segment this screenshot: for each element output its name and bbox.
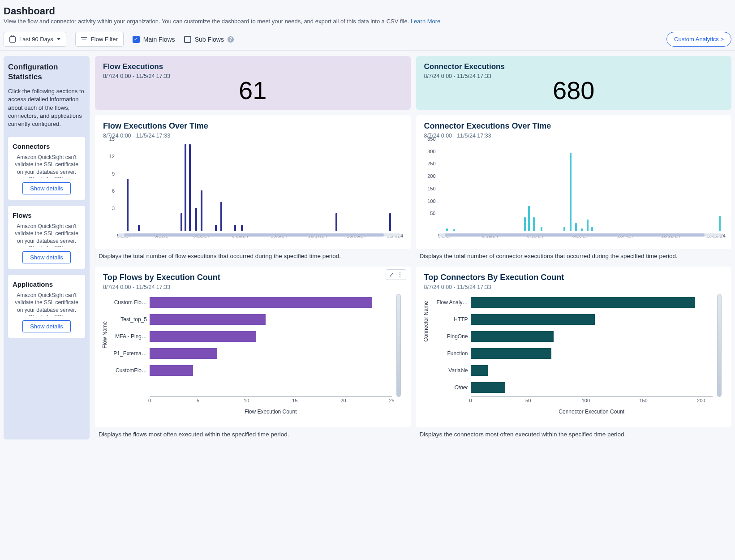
bar[interactable] [471,348,551,359]
expand-icon[interactable]: ⤢ [389,271,394,278]
bar-row[interactable]: Other [471,379,713,396]
flow-filter-button[interactable]: Flow Filter [75,32,124,47]
bar-label: Variable [430,367,468,374]
x-tick: 25 [389,398,394,403]
bar-row[interactable]: Custom Flo… [150,294,392,311]
bar-row[interactable]: Flow Analy… [471,294,713,311]
bar[interactable] [189,144,191,231]
y-tick: 250 [427,161,435,166]
bar[interactable] [389,213,391,231]
bar[interactable] [195,208,197,231]
custom-analytics-button[interactable]: Custom Analytics > [666,32,731,47]
bar[interactable] [719,216,721,231]
bar[interactable] [150,348,217,359]
bar[interactable] [587,220,589,231]
bar[interactable] [575,223,577,231]
flow-over-time-chart[interactable]: Flow Executions Over Time 8/7/24 0:00 - … [95,115,411,249]
bar[interactable] [215,225,217,231]
bar[interactable] [591,227,593,231]
checkbox-checked-icon: ✓ [133,36,140,43]
date-range-dropdown[interactable]: Last 90 Days [4,32,66,47]
bar[interactable] [150,365,193,376]
show-details-button[interactable]: Show details [22,182,71,194]
bar[interactable] [471,297,696,308]
bar-row[interactable]: CustomFlo… [150,362,392,379]
bar[interactable] [570,153,572,231]
learn-more-link[interactable]: Learn More [411,18,440,25]
bar[interactable] [335,213,337,231]
bar[interactable] [581,228,583,231]
bar-label: P1_Externa… [108,350,147,357]
more-icon[interactable]: ⋮ [397,271,403,278]
bar[interactable] [471,382,505,393]
sidebar-card[interactable]: Connectors Amazon QuickSight can't valid… [8,137,85,200]
bar[interactable] [138,225,140,231]
top-connectors-chart[interactable]: Top Connectors By Execution Count 8/7/24… [416,267,732,427]
bar[interactable] [453,229,455,231]
bar[interactable] [528,206,530,231]
bar[interactable] [220,202,222,231]
bar-row[interactable]: Variable [471,362,713,379]
bar[interactable] [150,331,256,342]
sub-flows-checkbox[interactable]: Sub Flows ? [184,36,234,43]
bar[interactable] [185,144,186,231]
x-axis-label: Flow Execution Count [150,409,392,415]
bar[interactable] [563,227,565,231]
y-tick: 6 [112,188,115,194]
bar[interactable] [533,217,535,231]
sidebar-card[interactable]: Flows Amazon QuickSight can't validate t… [8,206,85,269]
chart-scrollbar[interactable] [717,294,722,397]
y-tick: 350 [427,136,435,142]
sidebar-card[interactable]: Applications Amazon QuickSight can't val… [8,275,85,338]
page-title: Dashboard [4,5,731,17]
stat-card-msg: Amazon QuickSight can't validate the SSL… [13,223,81,247]
main-flows-checkbox[interactable]: ✓ Main Flows [133,36,175,43]
bar-row[interactable]: HTTP [471,311,713,328]
chart-scrollbar[interactable] [439,233,722,237]
bar-label: Flow Analy… [430,299,468,306]
chart-range: 8/7/24 0:00 - 11/5/24 17:33 [103,133,403,139]
chart-desc: Displays the total number of flow execut… [95,249,411,261]
x-tick: 50 [525,398,531,403]
bar[interactable] [234,225,236,231]
chart-range: 8/7/24 0:00 - 11/5/24 17:33 [424,284,724,290]
chart-scrollbar[interactable] [396,294,401,397]
bar[interactable] [201,190,202,231]
bar-label: Other [430,384,468,391]
bar-row[interactable]: Test_top_5 [150,311,392,328]
filter-icon [81,37,87,42]
bar[interactable] [150,297,372,308]
bar[interactable] [241,225,243,231]
x-tick: 200 [697,398,705,403]
chart-title: Top Connectors By Execution Count [424,273,724,282]
connector-over-time-chart[interactable]: Connector Executions Over Time 8/7/24 0:… [416,115,732,249]
y-tick: 9 [112,171,115,177]
chart-title: Top Flows by Execution Count [103,273,403,282]
x-tick: 15 [292,398,297,403]
sidebar: Configuration Statistics Click the follo… [4,56,90,439]
top-flows-chart[interactable]: ⤢ ⋮ Top Flows by Execution Count 8/7/24 … [95,267,411,427]
flow-executions-kpi[interactable]: Flow Executions 8/7/24 0:00 - 11/5/24 17… [95,56,411,110]
bar-row[interactable]: PingOne [471,328,713,345]
chart-scrollbar[interactable] [118,233,401,237]
bar[interactable] [181,213,182,231]
bar[interactable] [471,365,488,376]
kpi-value: 680 [416,76,732,105]
connector-executions-kpi[interactable]: Connector Executions 8/7/24 0:00 - 11/5/… [416,56,732,110]
bar[interactable] [541,227,542,231]
help-icon[interactable]: ? [228,36,234,43]
show-details-button[interactable]: Show details [22,251,71,263]
bar[interactable] [524,217,526,231]
bar[interactable] [446,228,448,231]
bar[interactable] [150,314,266,325]
bar[interactable] [127,179,129,231]
chart-desc: Displays the total number of connector e… [416,249,732,261]
bar-row[interactable]: MFA - Ping… [150,328,392,345]
bar[interactable] [471,331,554,342]
x-tick: 5 [197,398,199,403]
show-details-button[interactable]: Show details [22,320,71,332]
bar-row[interactable]: Function [471,345,713,362]
chart-title: Flow Executions Over Time [103,121,403,131]
bar[interactable] [471,314,595,325]
bar-row[interactable]: P1_Externa… [150,345,392,362]
